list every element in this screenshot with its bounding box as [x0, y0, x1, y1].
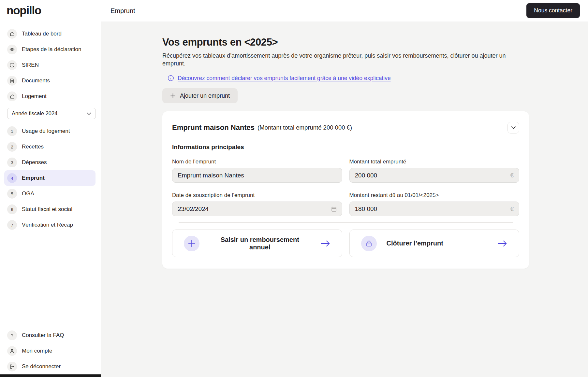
- chevron-down-icon: [511, 126, 516, 129]
- sidebar-item-label: Tableau de bord: [22, 31, 62, 37]
- loan-form: Nom de l’emprunt Montant total emprunté …: [172, 158, 519, 216]
- step-label: Dépenses: [22, 159, 47, 166]
- content: Vos emprunts en <2025> Récupérez vos tab…: [162, 21, 529, 269]
- eye-icon: [7, 45, 17, 54]
- sidebar-item-label: SIREN: [22, 62, 39, 68]
- home-icon: [7, 29, 17, 39]
- step-number: 3: [7, 158, 17, 167]
- subscription-date-input[interactable]: [178, 205, 328, 213]
- step-number: 2: [7, 142, 17, 152]
- sidebar-item-documents[interactable]: Documents: [0, 73, 101, 89]
- step-statut-fiscal[interactable]: 6 Statut fiscal et social: [4, 202, 96, 217]
- form-group-total-amount: Montant total emprunté €: [349, 158, 520, 183]
- add-loan-label: Ajouter un emprunt: [180, 92, 230, 99]
- plus-icon: [184, 236, 199, 251]
- loan-name-field: [172, 168, 342, 183]
- loan-name-input[interactable]: [178, 172, 337, 179]
- sidebar-item-siren[interactable]: SIREN: [0, 57, 101, 73]
- remaining-amount-input[interactable]: [355, 205, 507, 213]
- step-emprunt-active[interactable]: 4 Emprunt: [4, 170, 96, 186]
- step-label: Vérification et Récap: [22, 222, 73, 228]
- field-label: Date de souscription de l’emprunt: [172, 192, 342, 199]
- total-amount-input[interactable]: [355, 172, 507, 179]
- info-icon: [168, 75, 174, 81]
- step-oga[interactable]: 5 OGA: [4, 186, 96, 202]
- step-number: 7: [7, 220, 17, 230]
- field-label: Montant total emprunté: [349, 158, 520, 165]
- user-icon: [7, 346, 17, 356]
- info-icon: [7, 60, 17, 70]
- section-title: Informations principales: [172, 143, 519, 151]
- sidebar-item-mon-compte[interactable]: Mon compte: [0, 343, 101, 359]
- loan-title: Emprunt maison Nantes: [172, 123, 255, 132]
- question-icon: [7, 330, 17, 340]
- sidebar-item-label: Etapes de la déclaration: [22, 46, 81, 53]
- page-breadcrumb: Emprunt: [110, 0, 135, 21]
- sidebar-item-label: Se déconnecter: [22, 363, 61, 370]
- step-verification[interactable]: 7 Vérification et Récap: [4, 217, 96, 233]
- fiscal-year-label: Année fiscale 2024: [12, 110, 57, 117]
- euro-suffix: €: [510, 172, 514, 179]
- form-group-remaining-amount: Montant restant dû au 01/01/<2025> €: [349, 192, 520, 216]
- add-loan-button[interactable]: Ajouter un emprunt: [162, 88, 238, 103]
- step-number: 6: [7, 204, 17, 214]
- chevron-down-icon: [87, 112, 91, 115]
- home-icon: [7, 91, 17, 101]
- step-number: 4: [7, 173, 17, 183]
- logout-icon: [7, 362, 17, 371]
- subscription-date-field: [172, 202, 342, 216]
- step-label: Emprunt: [22, 175, 45, 181]
- step-number: 1: [7, 126, 17, 136]
- step-depenses[interactable]: 3 Dépenses: [4, 155, 96, 170]
- remaining-amount-field: €: [349, 202, 520, 216]
- sidebar-item-tableau-de-bord[interactable]: Tableau de bord: [0, 26, 101, 42]
- sidebar-item-label: Documents: [22, 77, 50, 84]
- sidebar-item-logout[interactable]: Se déconnecter: [0, 359, 101, 374]
- loan-actions: Saisir un remboursement annuel Clôturer …: [172, 230, 519, 257]
- collapse-card-button[interactable]: [507, 122, 519, 133]
- page-title: Vos emprunts en <2025>: [162, 36, 529, 49]
- video-help-row: Découvrez comment déclarer vos emprunts …: [168, 74, 529, 82]
- topbar: Emprunt Nous contacter: [101, 0, 588, 21]
- sidebar-item-label: Logement: [22, 93, 47, 100]
- arrow-right-icon: [320, 240, 330, 247]
- arrow-right-icon: [497, 240, 507, 247]
- loan-card-header: Emprunt maison Nantes (Montant total emp…: [172, 122, 519, 133]
- page-subtitle: Récupérez vos tableaux d’amortissement a…: [162, 52, 529, 67]
- add-repayment-button[interactable]: Saisir un remboursement annuel: [172, 230, 342, 257]
- sidebar-bottom-bar: [0, 374, 101, 377]
- euro-suffix: €: [510, 205, 514, 213]
- lock-icon: [361, 236, 377, 251]
- sidebar-item-logement[interactable]: Logement: [0, 89, 101, 104]
- close-loan-button[interactable]: Clôturer l’emprunt: [349, 230, 520, 257]
- form-group-loan-name: Nom de l’emprunt: [172, 158, 342, 183]
- field-label: Nom de l’emprunt: [172, 158, 342, 165]
- action-label: Saisir un remboursement annuel: [209, 236, 311, 251]
- sidebar-item-etapes[interactable]: Etapes de la déclaration: [0, 42, 101, 57]
- step-recettes[interactable]: 2 Recettes: [4, 139, 96, 155]
- field-label: Montant restant dû au 01/01/<2025>: [349, 192, 520, 199]
- action-label: Clôturer l’emprunt: [387, 240, 443, 247]
- total-amount-field: €: [349, 168, 520, 183]
- step-label: Usage du logement: [22, 128, 70, 134]
- sidebar-nav: Tableau de bord Etapes de la déclaration…: [0, 26, 101, 104]
- loan-total-summary: (Montant total emprunté 200 000 €): [257, 124, 352, 131]
- sidebar-steps: 1 Usage du logement 2 Recettes 3 Dépense…: [0, 123, 101, 233]
- step-label: Recettes: [22, 144, 44, 150]
- sidebar-footer-nav: Consulter la FAQ Mon compte Se déconnect…: [0, 328, 101, 374]
- fiscal-year-select[interactable]: Année fiscale 2024: [7, 108, 96, 119]
- sidebar-item-label: Consulter la FAQ: [22, 332, 64, 339]
- sidebar-item-faq[interactable]: Consulter la FAQ: [0, 328, 101, 343]
- step-usage-du-logement[interactable]: 1 Usage du logement: [4, 123, 96, 139]
- document-icon: [7, 76, 17, 86]
- video-tutorial-link[interactable]: Découvrez comment déclarer vos emprunts …: [178, 75, 391, 82]
- sidebar-item-label: Mon compte: [22, 348, 52, 354]
- contact-us-button[interactable]: Nous contacter: [526, 3, 580, 18]
- step-label: Statut fiscal et social: [22, 206, 72, 213]
- sidebar: nopillo Tableau de bord Etapes de la déc…: [0, 0, 101, 377]
- calendar-icon[interactable]: [331, 206, 337, 212]
- step-number: 5: [7, 189, 17, 199]
- main-area: Emprunt Nous contacter Vos emprunts en <…: [101, 0, 588, 377]
- brand-logo: nopillo: [7, 4, 101, 17]
- app-root: nopillo Tableau de bord Etapes de la déc…: [0, 0, 588, 377]
